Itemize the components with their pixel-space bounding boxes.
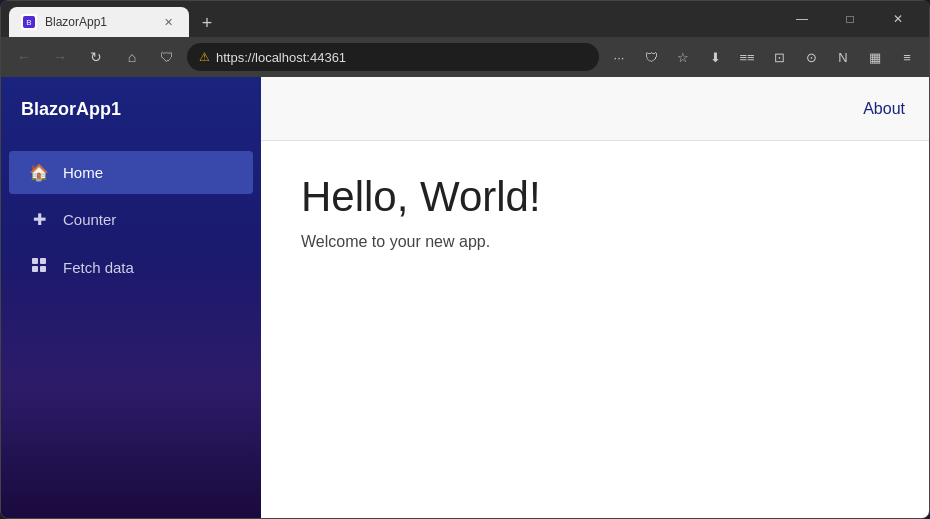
fetchdata-icon	[29, 257, 49, 277]
sidebar-brand: BlazorApp1	[1, 77, 261, 141]
new-tab-button[interactable]: +	[193, 9, 221, 37]
window-controls: — □ ✕	[779, 4, 921, 34]
maximize-button[interactable]: □	[827, 4, 873, 34]
counter-icon: ✚	[29, 210, 49, 229]
grid-icon[interactable]: ▦	[861, 43, 889, 71]
more-button[interactable]: ···	[605, 43, 633, 71]
tab-title: BlazorApp1	[45, 15, 151, 29]
home-icon: 🏠	[29, 163, 49, 182]
warning-icon: ⚠	[199, 50, 210, 64]
sidebar-item-home[interactable]: 🏠 Home	[9, 151, 253, 194]
tab-close-button[interactable]: ✕	[159, 13, 177, 31]
address-bar[interactable]: ⚠ https://localhost:44361	[187, 43, 599, 71]
pocket-icon[interactable]: 🛡	[637, 43, 665, 71]
page-title: Hello, World!	[301, 173, 889, 221]
sidebar-item-fetchdata-label: Fetch data	[63, 259, 134, 276]
extensions-icon[interactable]: N	[829, 43, 857, 71]
svg-rect-3	[40, 258, 46, 264]
shield-icon: 🛡	[153, 43, 181, 71]
navigation-bar: ← → ↻ ⌂ 🛡 ⚠ https://localhost:44361 ··· …	[1, 37, 929, 77]
page-body: Hello, World! Welcome to your new app.	[261, 141, 929, 518]
account-icon[interactable]: ⊙	[797, 43, 825, 71]
minimize-button[interactable]: —	[779, 4, 825, 34]
sidebar-item-fetchdata[interactable]: Fetch data	[9, 245, 253, 289]
top-bar: About	[261, 77, 929, 141]
sidebar: BlazorApp1 🏠 Home ✚ Counter	[1, 77, 261, 518]
close-button[interactable]: ✕	[875, 4, 921, 34]
download-icon[interactable]: ⬇	[701, 43, 729, 71]
app-area: BlazorApp1 🏠 Home ✚ Counter	[1, 77, 929, 518]
svg-rect-2	[32, 258, 38, 264]
forward-button[interactable]: →	[45, 42, 75, 72]
sidebar-item-counter[interactable]: ✚ Counter	[9, 198, 253, 241]
home-button[interactable]: ⌂	[117, 42, 147, 72]
svg-text:B: B	[26, 18, 31, 27]
main-content: About Hello, World! Welcome to your new …	[261, 77, 929, 518]
tab-area: B BlazorApp1 ✕ +	[9, 1, 771, 37]
menu-button[interactable]: ≡	[893, 43, 921, 71]
tab-favicon: B	[21, 14, 37, 30]
sync-icon[interactable]: ⊡	[765, 43, 793, 71]
refresh-button[interactable]: ↻	[81, 42, 111, 72]
url-text: https://localhost:44361	[216, 50, 587, 65]
bookmark-icon[interactable]: ☆	[669, 43, 697, 71]
browser-tab[interactable]: B BlazorApp1 ✕	[9, 7, 189, 37]
nav-tools: ··· 🛡 ☆ ⬇ ≡≡ ⊡ ⊙ N ▦ ≡	[605, 43, 921, 71]
sidebar-item-home-label: Home	[63, 164, 103, 181]
svg-rect-5	[40, 266, 46, 272]
page-subtitle: Welcome to your new app.	[301, 233, 889, 251]
sidebar-item-counter-label: Counter	[63, 211, 116, 228]
about-link[interactable]: About	[863, 100, 905, 118]
back-button[interactable]: ←	[9, 42, 39, 72]
browser-window: B BlazorApp1 ✕ + — □ ✕ ← → ↻ ⌂ 🛡 ⚠ https…	[0, 0, 930, 519]
title-bar: B BlazorApp1 ✕ + — □ ✕	[1, 1, 929, 37]
svg-rect-4	[32, 266, 38, 272]
sidebar-navigation: 🏠 Home ✚ Counter	[1, 141, 261, 299]
library-icon[interactable]: ≡≡	[733, 43, 761, 71]
